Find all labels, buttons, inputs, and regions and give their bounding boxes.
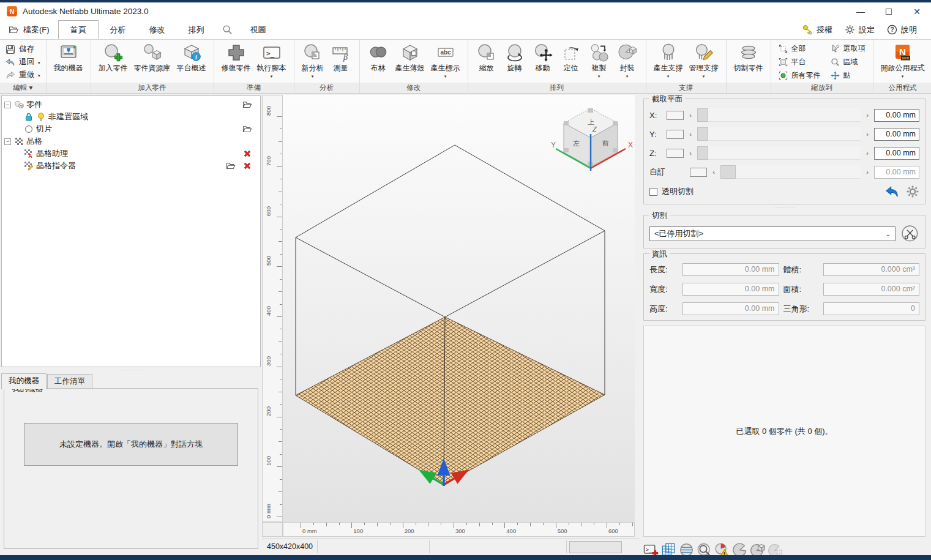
ribbon-button-scale[interactable]: 縮放: [473, 42, 501, 74]
left-splitter-handle[interactable]: ········: [0, 368, 262, 372]
tree-item[interactable]: 切片: [3, 123, 259, 135]
ribbon-button-platform-overview[interactable]: i平台概述: [174, 42, 209, 74]
clipping-value-field[interactable]: 0.00 mm: [874, 147, 919, 160]
maximize-button[interactable]: ☐: [875, 2, 903, 20]
topbar-key-button[interactable]: 授權: [797, 24, 838, 35]
topbar-question-button[interactable]: ?說明: [881, 24, 922, 35]
slider-right-arrow[interactable]: ›: [864, 111, 870, 119]
ribbon-button-create-shell[interactable]: 產生薄殼: [392, 42, 428, 74]
slider-left-arrow[interactable]: ‹: [711, 168, 717, 176]
close-button[interactable]: ✕: [903, 2, 931, 20]
left-tab-active[interactable]: 我的機器: [1, 373, 47, 389]
ribbon-button-create-support[interactable]: 產生支撐▾: [651, 42, 686, 78]
add-part-icon: [103, 43, 123, 62]
dropdown-arrow-icon: ▾: [902, 75, 904, 78]
ribbon-button-zoom-selection[interactable]: 選取項: [831, 43, 866, 54]
slider-right-arrow[interactable]: ›: [864, 168, 870, 176]
ribbon-button-zoom-region[interactable]: 區域: [831, 57, 866, 67]
minimize-button[interactable]: —: [847, 2, 875, 20]
tree-item[interactable]: 晶格指令器: [3, 160, 259, 172]
tree-item[interactable]: −零件: [3, 99, 259, 111]
ribbon-button-new-analysis[interactable]: 新分析▾: [299, 42, 327, 78]
slider-thumb[interactable]: [720, 165, 736, 179]
execute-cut-button[interactable]: [901, 225, 919, 243]
clipping-enable-checkbox[interactable]: [667, 111, 684, 120]
ribbon-button-save[interactable]: 儲存: [6, 44, 34, 54]
ribbon-group-label-prepare: 準備: [214, 83, 294, 93]
tree-expander[interactable]: −: [4, 102, 11, 108]
clipping-value-field[interactable]: 0.00 mm: [874, 128, 919, 141]
clipping-settings-gear-icon[interactable]: [906, 185, 919, 198]
clipping-enable-checkbox[interactable]: [667, 149, 684, 158]
tab-arrange[interactable]: 排列: [177, 20, 216, 39]
ribbon-button-zoom-all[interactable]: 全部: [779, 43, 821, 54]
ribbon-button-part-library[interactable]: 零件資源庫: [131, 42, 174, 74]
file-menu-button[interactable]: 檔案(F): [0, 20, 58, 39]
zoom-platform-icon: [779, 58, 788, 67]
transparent-cut-checkbox[interactable]: [649, 188, 657, 196]
tree-expander[interactable]: −: [4, 138, 11, 145]
clipping-slider[interactable]: [697, 127, 861, 141]
cut-mode-dropdown[interactable]: <已停用切割> ⌄: [649, 226, 895, 241]
view-cube-left-label: 左: [573, 140, 580, 147]
ribbon-button-position[interactable]: 定位: [557, 42, 585, 74]
ribbon-button-measure[interactable]: β測量: [327, 42, 355, 74]
delete-x-icon[interactable]: [242, 149, 252, 159]
ribbon-button-move[interactable]: 移動: [529, 42, 557, 74]
folder-open-icon[interactable]: [242, 124, 252, 134]
right-splitter-handle[interactable]: ········: [643, 206, 925, 210]
slider-thumb[interactable]: [697, 108, 708, 122]
ribbon-button-boolean[interactable]: 布林: [364, 42, 392, 74]
reset-clipping-icon[interactable]: [885, 185, 899, 198]
clipping-slider[interactable]: [697, 108, 861, 122]
left-tab-inactive[interactable]: 工作清單: [47, 374, 92, 389]
tree-item[interactable]: 非建置區域: [3, 111, 259, 123]
folder-open-icon[interactable]: [226, 161, 236, 171]
topbar-gear-button[interactable]: 設定: [839, 24, 880, 35]
ribbon-button-run-script[interactable]: >_執行腳本▾: [254, 42, 290, 78]
slider-left-arrow[interactable]: ‹: [687, 130, 694, 138]
clipping-value-field[interactable]: 0.00 mm: [874, 109, 919, 122]
viewport-3d[interactable]: 上 Z 左 前 Y X: [283, 95, 635, 522]
ribbon-button-duplicate[interactable]: 複製▾: [585, 42, 613, 78]
tab-view[interactable]: 視圖: [239, 20, 278, 39]
slider-left-arrow[interactable]: ‹: [687, 111, 694, 119]
ribbon-button-redo[interactable]: 重做▾: [6, 70, 40, 80]
svg-text:abc: abc: [440, 49, 451, 56]
ribbon-button-cut-part[interactable]: 切割零件: [731, 42, 766, 74]
ribbon-button-add-part[interactable]: 加入零件: [95, 42, 131, 74]
clipping-slider[interactable]: [697, 146, 861, 160]
ribbon-button-zoom-allparts[interactable]: 所有零件: [779, 70, 821, 81]
tab-analysis[interactable]: 分析: [99, 20, 138, 39]
ribbon-button-zoom-platform[interactable]: 平台: [779, 57, 821, 67]
v-ruler-label: 700: [265, 151, 271, 171]
ribbon-button-create-label[interactable]: abc產生標示▾: [428, 42, 463, 78]
clipping-enable-checkbox[interactable]: [667, 130, 684, 139]
ribbon-button-my-machine[interactable]: 我的機器: [51, 42, 86, 74]
tree-item[interactable]: −晶格: [3, 135, 259, 147]
slider-thumb[interactable]: [697, 127, 708, 141]
ribbon-button-rotate[interactable]: 旋轉: [501, 42, 529, 74]
tab-modify[interactable]: 修改: [138, 20, 177, 39]
h-ruler-label: 200: [405, 528, 414, 534]
ribbon-button-pack[interactable]: 封裝▾: [613, 42, 641, 78]
clipping-value-field[interactable]: 0.00 mm: [874, 166, 919, 179]
tab-home[interactable]: 首頁: [58, 20, 99, 39]
delete-x-icon[interactable]: [242, 161, 252, 171]
slider-right-arrow[interactable]: ›: [864, 130, 870, 138]
tree-item[interactable]: A晶格助理: [3, 147, 259, 160]
ribbon-button-manage-support[interactable]: 管理支撐▾: [686, 42, 722, 78]
search-button[interactable]: [216, 20, 239, 39]
slider-right-arrow[interactable]: ›: [864, 149, 870, 157]
slider-left-arrow[interactable]: ‹: [687, 149, 694, 157]
slider-thumb[interactable]: [697, 146, 708, 160]
ribbon-button-undo[interactable]: 退回▾: [6, 57, 40, 67]
clipping-row-z: Z:‹›0.00 mm: [649, 146, 919, 160]
clipping-slider[interactable]: [720, 165, 861, 179]
ribbon-button-repair-part[interactable]: 修復零件: [219, 42, 254, 74]
ribbon-button-zoom-point[interactable]: 點: [831, 70, 866, 81]
clipping-enable-checkbox[interactable]: [690, 168, 707, 177]
setup-machine-button[interactable]: 未設定機器。開啟「我的機器」對話方塊: [24, 423, 238, 466]
ribbon-button-open-utility[interactable]: NNFB開啟公用程式▾: [878, 42, 928, 78]
folder-open-icon[interactable]: [242, 100, 252, 110]
